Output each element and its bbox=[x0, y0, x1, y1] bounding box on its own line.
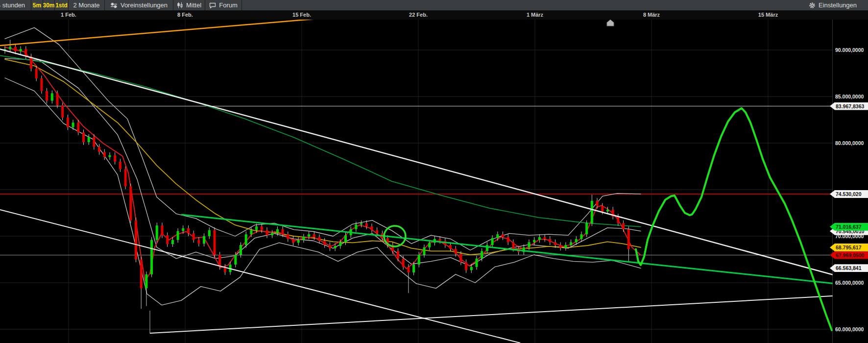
candle-body bbox=[449, 245, 452, 249]
candle-body bbox=[627, 229, 630, 249]
bollinger-lower bbox=[5, 78, 641, 305]
chart-canvas[interactable] bbox=[0, 20, 868, 343]
sliders-icon bbox=[110, 2, 118, 8]
candle-body bbox=[496, 234, 499, 238]
candle-body bbox=[591, 201, 593, 223]
candle-body bbox=[559, 245, 562, 248]
candle-body bbox=[166, 235, 169, 244]
chart-toolbar: 4 stunden 5m 30m 1std 2 Monate Voreinste… bbox=[0, 0, 868, 11]
candle-body bbox=[245, 234, 247, 245]
date-axis-label: 1 Feb. bbox=[51, 12, 86, 18]
indicators-label: Mittel bbox=[186, 1, 201, 9]
forum-button[interactable]: Forum bbox=[205, 0, 242, 10]
drawn-projection bbox=[636, 108, 832, 330]
forum-label: Forum bbox=[219, 1, 238, 9]
price-axis-tick: 60.000,0000 bbox=[833, 326, 868, 332]
candle-body bbox=[51, 93, 53, 100]
candle-body bbox=[376, 230, 378, 234]
candle-body bbox=[129, 186, 132, 220]
candle-body bbox=[88, 137, 90, 142]
candle-body bbox=[271, 233, 273, 235]
orange-trendline bbox=[0, 20, 318, 46]
candle-body bbox=[344, 235, 347, 242]
candle-body bbox=[428, 243, 431, 247]
candle-body bbox=[276, 229, 279, 233]
candle-body bbox=[423, 247, 426, 255]
candle-body bbox=[596, 201, 599, 206]
candle-body bbox=[575, 239, 578, 243]
candle-body bbox=[77, 122, 79, 132]
range-label: 2 Monate bbox=[73, 1, 99, 9]
indicators-button[interactable]: Mittel bbox=[173, 0, 205, 10]
candle-body bbox=[150, 240, 153, 274]
date-axis-label: 15 März bbox=[751, 12, 785, 18]
candle-body bbox=[182, 228, 184, 231]
price-axis[interactable]: 90.000,000085.000,000080.000,000070.000,… bbox=[833, 20, 868, 343]
candle-body bbox=[318, 237, 321, 241]
candle-body bbox=[407, 267, 410, 272]
candle-body bbox=[297, 240, 300, 243]
speech-bubble-icon bbox=[209, 2, 216, 8]
timeframe-5m-button[interactable]: 5m bbox=[31, 0, 43, 10]
candle-body bbox=[124, 169, 127, 186]
candle-body bbox=[177, 231, 179, 240]
range-button[interactable]: 2 Monate bbox=[69, 0, 105, 10]
candle-body bbox=[570, 242, 572, 245]
candle-body bbox=[240, 245, 242, 255]
candle-body bbox=[135, 220, 137, 260]
price-tag: 71.016,637 bbox=[830, 223, 868, 231]
candle-body bbox=[9, 47, 11, 49]
candle-body bbox=[323, 241, 326, 245]
price-tag: 83.967,8363 bbox=[830, 102, 868, 110]
candle-body bbox=[61, 105, 64, 118]
presets-label: Voreinstellungen bbox=[121, 1, 168, 9]
price-tag: 67.969,0500 bbox=[830, 251, 868, 259]
presets-button[interactable]: Voreinstellungen bbox=[105, 0, 173, 10]
candle-body bbox=[35, 69, 38, 78]
candle-body bbox=[533, 240, 535, 243]
candle-body bbox=[308, 234, 310, 237]
axis-marker-handle[interactable] bbox=[607, 20, 614, 26]
candle-body bbox=[313, 234, 315, 237]
candle-body bbox=[292, 239, 294, 243]
timeframe-button[interactable]: 4 stunden bbox=[0, 0, 31, 10]
candle-body bbox=[250, 230, 252, 235]
candle-body bbox=[46, 91, 48, 101]
candle-body bbox=[161, 225, 164, 235]
timeframe-1std-button[interactable]: 1std bbox=[55, 0, 69, 10]
date-axis-label: 8 Feb. bbox=[168, 12, 202, 18]
settings-button[interactable]: Einstellungen bbox=[797, 0, 868, 10]
candle-body bbox=[402, 259, 405, 267]
candle-body bbox=[56, 93, 59, 105]
candle-body bbox=[302, 237, 305, 240]
candle-body bbox=[109, 155, 111, 157]
timeframe-30m-label: 30m bbox=[43, 2, 54, 9]
candle-body bbox=[622, 223, 625, 229]
candle-body bbox=[617, 217, 619, 223]
candle-body bbox=[554, 242, 556, 245]
candle-body bbox=[282, 229, 284, 234]
date-axis[interactable]: 1 Feb.8 Feb.15 Feb.22 Feb.1 März8 März15… bbox=[0, 11, 868, 20]
bollinger-mid bbox=[5, 58, 641, 266]
settings-label: Einstellungen bbox=[819, 1, 857, 9]
candle-body bbox=[261, 226, 263, 230]
candle-body bbox=[93, 137, 95, 147]
candle-body bbox=[486, 245, 488, 251]
candle-body bbox=[606, 210, 609, 212]
white-trendline-upper bbox=[0, 49, 868, 284]
date-axis-label: 22 Feb. bbox=[401, 12, 435, 18]
candle-body bbox=[208, 230, 211, 236]
price-axis-tick: 65.000,0000 bbox=[833, 280, 868, 286]
date-axis-label: 1 März bbox=[518, 12, 552, 18]
timeframe-1std-label: 1std bbox=[55, 2, 68, 9]
gear-icon bbox=[809, 2, 816, 9]
ma-yellow bbox=[5, 59, 641, 255]
candle-body bbox=[329, 245, 331, 248]
candle-body bbox=[82, 132, 85, 142]
timeframe-30m-button[interactable]: 30m bbox=[43, 0, 55, 10]
candle-body bbox=[365, 223, 368, 226]
candle-body bbox=[193, 233, 195, 240]
candle-body bbox=[339, 242, 341, 246]
candle-body bbox=[397, 251, 399, 258]
candle-body bbox=[491, 238, 494, 245]
